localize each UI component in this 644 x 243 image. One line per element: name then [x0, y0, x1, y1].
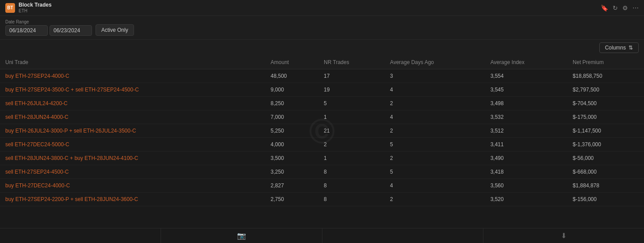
- table-cell-8-1: 2,827: [265, 179, 318, 193]
- columns-icon: ⇅: [629, 45, 633, 51]
- table-cell-6-0: sell ETH-28JUN24-3800-C + buy ETH-28JUN2…: [0, 152, 265, 165]
- table-cell-3-2: 1: [318, 110, 385, 124]
- date-range-group: Date Range: [5, 19, 92, 36]
- table-cell-5-2: 2: [318, 138, 385, 152]
- table-cell-0-4: 3,554: [485, 69, 567, 83]
- more-icon[interactable]: ⋯: [632, 4, 639, 11]
- table-cell-1-4: 3,545: [485, 83, 567, 97]
- table-cell-9-0: buy ETH-27SEP24-2200-P + sell ETH-28JUN2…: [0, 193, 265, 206]
- bottom-section-camera[interactable]: 📷: [161, 228, 322, 243]
- table-cell-2-3: 2: [385, 97, 485, 110]
- table-cell-4-0: buy ETH-26JUL24-3000-P + sell ETH-26JUL2…: [0, 124, 265, 138]
- table-cell-3-0: sell ETH-28JUN24-4000-C: [0, 110, 265, 124]
- table-row: buy ETH-27SEP24-3500-C + sell ETH-27SEP2…: [0, 83, 644, 97]
- table-cell-6-1: 3,500: [265, 152, 318, 165]
- table-cell-5-0: sell ETH-27DEC24-5000-C: [0, 138, 265, 152]
- columns-label: Columns: [605, 45, 626, 51]
- title-bar-right: 🔖 ↻ ⚙ ⋯: [601, 4, 639, 11]
- table-cell-2-5: $-704,500: [567, 97, 644, 110]
- table-cell-5-3: 5: [385, 138, 485, 152]
- table-cell-9-2: 8: [318, 193, 385, 206]
- table-row: buy ETH-27SEP24-4000-C48,5001733,554$18,…: [0, 69, 644, 83]
- col-header-nr-trades: NR Trades: [318, 56, 385, 69]
- title-bar: BT Block Trades ETH 🔖 ↻ ⚙ ⋯: [0, 0, 644, 16]
- table-cell-1-5: $2,797,500: [567, 83, 644, 97]
- download-icon[interactable]: ⬇: [561, 232, 567, 240]
- bottom-section-left: [0, 228, 161, 243]
- bookmark-icon[interactable]: 🔖: [601, 4, 608, 11]
- col-header-net-premium: Net Premium: [567, 56, 644, 69]
- table-cell-8-5: $1,884,878: [567, 179, 644, 193]
- toolbar: Date Range Active Only: [0, 16, 644, 40]
- table-cell-1-3: 4: [385, 83, 485, 97]
- table-container: © Uni Trade Amount NR Trades Average Day…: [0, 56, 644, 233]
- table-cell-3-1: 7,000: [265, 110, 318, 124]
- table-cell-6-4: 3,490: [485, 152, 567, 165]
- table-cell-9-4: 3,520: [485, 193, 567, 206]
- bottom-bar: 📷 ⬇: [0, 228, 644, 243]
- table-cell-2-0: sell ETH-26JUL24-4200-C: [0, 97, 265, 110]
- date-end-input[interactable]: [50, 25, 92, 36]
- table-body: buy ETH-27SEP24-4000-C48,5001733,554$18,…: [0, 69, 644, 206]
- table-cell-6-5: $-56,000: [567, 152, 644, 165]
- title-bar-left: BT Block Trades ETH: [5, 2, 52, 13]
- table-cell-5-1: 4,000: [265, 138, 318, 152]
- app-icon: BT: [5, 3, 15, 13]
- title-text: Block Trades ETH: [19, 2, 52, 13]
- table-cell-0-1: 48,500: [265, 69, 318, 83]
- table-cell-1-2: 19: [318, 83, 385, 97]
- table-cell-0-5: $18,858,750: [567, 69, 644, 83]
- date-start-input[interactable]: [5, 25, 48, 36]
- table-cell-7-4: 3,418: [485, 165, 567, 179]
- table-cell-8-0: buy ETH-27DEC24-4000-C: [0, 179, 265, 193]
- table-cell-9-5: $-156,000: [567, 193, 644, 206]
- table-header-row: Uni Trade Amount NR Trades Average Days …: [0, 56, 644, 69]
- table-cell-8-4: 3,560: [485, 179, 567, 193]
- table-row: buy ETH-26JUL24-3000-P + sell ETH-26JUL2…: [0, 124, 644, 138]
- table-row: buy ETH-27DEC24-4000-C2,827843,560$1,884…: [0, 179, 644, 193]
- col-header-uni-trade: Uni Trade: [0, 56, 265, 69]
- table-cell-4-1: 5,250: [265, 124, 318, 138]
- table-cell-7-5: $-668,000: [567, 165, 644, 179]
- table-cell-8-3: 4: [385, 179, 485, 193]
- trades-table: Uni Trade Amount NR Trades Average Days …: [0, 56, 644, 206]
- table-cell-2-2: 5: [318, 97, 385, 110]
- camera-icon[interactable]: 📷: [237, 232, 246, 240]
- table-cell-4-2: 21: [318, 124, 385, 138]
- bottom-section-right: [322, 228, 483, 243]
- table-cell-4-5: $-1,147,500: [567, 124, 644, 138]
- col-header-avg-days: Average Days Ago: [385, 56, 485, 69]
- table-cell-4-4: 3,512: [485, 124, 567, 138]
- table-row: buy ETH-27SEP24-2200-P + sell ETH-28JUN2…: [0, 193, 644, 206]
- table-cell-2-4: 3,498: [485, 97, 567, 110]
- table-cell-7-0: sell ETH-27SEP24-4500-C: [0, 165, 265, 179]
- table-row: sell ETH-27DEC24-5000-C4,000253,411$-1,3…: [0, 138, 644, 152]
- table-cell-5-5: $-1,376,000: [567, 138, 644, 152]
- table-cell-5-4: 3,411: [485, 138, 567, 152]
- table-cell-9-1: 2,750: [265, 193, 318, 206]
- table-cell-6-3: 2: [385, 152, 485, 165]
- table-cell-9-3: 2: [385, 193, 485, 206]
- table-row: sell ETH-27SEP24-4500-C3,250853,418$-668…: [0, 165, 644, 179]
- app-name: Block Trades: [19, 2, 52, 8]
- table-cell-2-1: 8,250: [265, 97, 318, 110]
- table-cell-3-4: 3,532: [485, 110, 567, 124]
- table-cell-0-2: 17: [318, 69, 385, 83]
- table-cell-4-3: 2: [385, 124, 485, 138]
- table-cell-8-2: 8: [318, 179, 385, 193]
- columns-bar: Columns ⇅: [0, 40, 644, 56]
- table-cell-1-0: buy ETH-27SEP24-3500-C + sell ETH-27SEP2…: [0, 83, 265, 97]
- bottom-section-download[interactable]: ⬇: [483, 228, 644, 243]
- col-header-avg-index: Average Index: [485, 56, 567, 69]
- date-inputs: [5, 25, 92, 36]
- settings-icon[interactable]: ⚙: [622, 4, 628, 11]
- table-row: sell ETH-28JUN24-3800-C + buy ETH-28JUN2…: [0, 152, 644, 165]
- table-cell-1-1: 9,000: [265, 83, 318, 97]
- active-only-button[interactable]: Active Only: [96, 24, 134, 36]
- table-cell-7-3: 5: [385, 165, 485, 179]
- table-cell-0-3: 3: [385, 69, 485, 83]
- columns-button[interactable]: Columns ⇅: [599, 42, 639, 53]
- refresh-icon[interactable]: ↻: [613, 4, 618, 11]
- table-row: sell ETH-28JUN24-4000-C7,000143,532$-175…: [0, 110, 644, 124]
- app-subtitle: ETH: [19, 8, 52, 14]
